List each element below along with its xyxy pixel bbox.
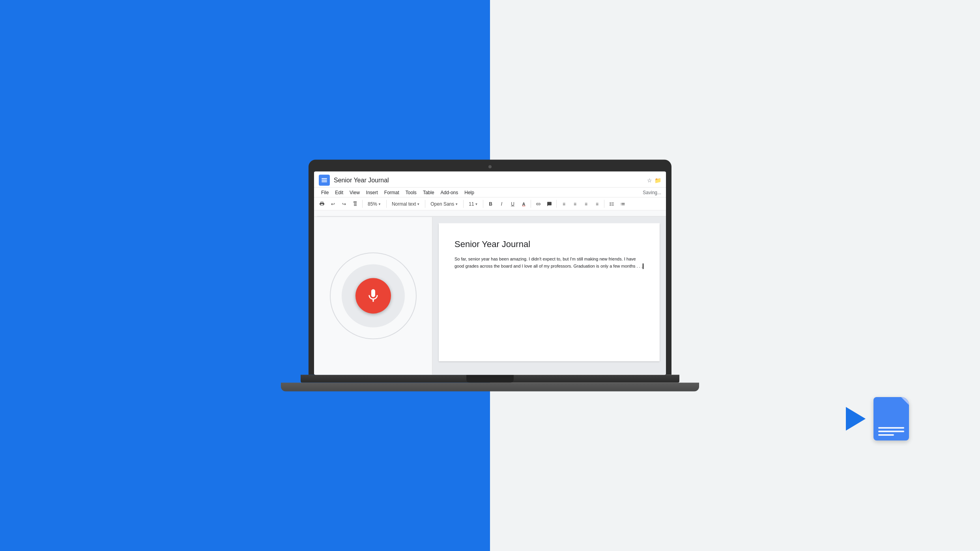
text-color-button[interactable]: A bbox=[519, 199, 528, 209]
link-button[interactable] bbox=[533, 199, 543, 209]
logo-line-1 bbox=[322, 178, 327, 179]
docs-header: Senior Year Journal ☆ 📁 bbox=[314, 172, 666, 188]
right-arrow-icon bbox=[846, 407, 866, 431]
laptop-base bbox=[301, 375, 679, 383]
doc-body-text: So far, senior year has been amazing. I … bbox=[454, 257, 643, 268]
menu-bar: File Edit View Insert Format Tools Table… bbox=[314, 188, 666, 198]
mic-circle-middle bbox=[342, 264, 405, 328]
laptop-bottom bbox=[281, 383, 699, 392]
align-justify-button[interactable]: ≡ bbox=[592, 199, 602, 209]
gdocs-icon[interactable] bbox=[873, 397, 909, 440]
comment-button[interactable] bbox=[544, 199, 554, 209]
line-spacing-button[interactable] bbox=[607, 199, 616, 209]
style-value: Normal text bbox=[392, 201, 416, 207]
logo-line-2 bbox=[322, 180, 327, 181]
size-arrow: ▼ bbox=[475, 202, 478, 206]
separator-8 bbox=[604, 200, 604, 208]
separator-1 bbox=[362, 200, 363, 208]
separator-4 bbox=[463, 200, 464, 208]
menu-help[interactable]: Help bbox=[462, 189, 477, 197]
separator-5 bbox=[483, 200, 483, 208]
align-center-button[interactable]: ≡ bbox=[570, 199, 580, 209]
ruler-line bbox=[317, 216, 666, 217]
gdocs-line-3 bbox=[878, 434, 894, 436]
list-button[interactable] bbox=[618, 199, 627, 209]
gdocs-corner bbox=[901, 397, 909, 405]
gdocs-line-2 bbox=[878, 431, 904, 432]
font-arrow: ▼ bbox=[455, 202, 458, 206]
redo-button[interactable]: ↪ bbox=[339, 199, 349, 209]
folder-icon[interactable]: 📁 bbox=[655, 177, 661, 184]
size-value: 11 bbox=[469, 201, 474, 207]
underline-button[interactable]: U bbox=[508, 199, 517, 209]
laptop-hinge bbox=[466, 375, 514, 383]
separator-3 bbox=[425, 200, 425, 208]
text-cursor bbox=[643, 263, 643, 269]
mic-icon bbox=[365, 288, 381, 304]
zoom-value: 85% bbox=[368, 201, 377, 207]
font-value: Open Sans bbox=[430, 201, 454, 207]
mic-circle-outer bbox=[330, 253, 417, 339]
toolbar: ↩ ↪ 85% ▼ Normal text ▼ Open Sans bbox=[314, 198, 666, 211]
style-arrow: ▼ bbox=[417, 202, 420, 206]
laptop-wrapper: Senior Year Journal ☆ 📁 File Edit View I… bbox=[303, 160, 677, 392]
doc-page: Senior Year Journal So far, senior year … bbox=[439, 223, 660, 362]
menu-edit[interactable]: Edit bbox=[333, 189, 346, 197]
print-button[interactable] bbox=[317, 199, 327, 209]
align-left-button[interactable]: ≡ bbox=[559, 199, 569, 209]
star-icon[interactable]: ☆ bbox=[647, 177, 652, 184]
separator-7 bbox=[556, 200, 557, 208]
menu-tools[interactable]: Tools bbox=[403, 189, 419, 197]
mic-sidebar bbox=[314, 217, 432, 375]
doc-area: Senior Year Journal So far, senior year … bbox=[432, 217, 666, 375]
undo-button[interactable]: ↩ bbox=[328, 199, 338, 209]
screen-content: Senior Year Journal ☆ 📁 File Edit View I… bbox=[314, 172, 666, 375]
menu-table[interactable]: Table bbox=[421, 189, 437, 197]
italic-button[interactable]: I bbox=[497, 199, 506, 209]
laptop-screen: Senior Year Journal ☆ 📁 File Edit View I… bbox=[309, 160, 671, 375]
align-right-button[interactable]: ≡ bbox=[581, 199, 591, 209]
separator-2 bbox=[386, 200, 387, 208]
saving-status: Saving... bbox=[643, 190, 661, 195]
logo-lines bbox=[322, 178, 327, 182]
font-dropdown[interactable]: Open Sans ▼ bbox=[428, 200, 461, 208]
paint-format-button[interactable] bbox=[350, 199, 360, 209]
size-dropdown[interactable]: 11 ▼ bbox=[466, 200, 481, 208]
menu-file[interactable]: File bbox=[319, 189, 331, 197]
gdocs-icon-lines bbox=[878, 427, 904, 436]
content-area: Senior Year Journal So far, senior year … bbox=[314, 217, 666, 375]
docs-logo bbox=[319, 175, 330, 186]
menu-format[interactable]: Format bbox=[382, 189, 402, 197]
mic-button[interactable] bbox=[355, 278, 391, 314]
separator-6 bbox=[531, 200, 531, 208]
zoom-arrow: ▼ bbox=[378, 202, 381, 206]
gdocs-line-1 bbox=[878, 427, 904, 429]
bold-button[interactable]: B bbox=[486, 199, 495, 209]
ruler bbox=[314, 211, 666, 217]
logo-line-3 bbox=[322, 182, 327, 182]
arrow-container bbox=[846, 397, 909, 440]
doc-body: So far, senior year has been amazing. I … bbox=[454, 256, 644, 270]
webcam bbox=[488, 165, 492, 169]
menu-view[interactable]: View bbox=[347, 189, 362, 197]
doc-page-title: Senior Year Journal bbox=[454, 239, 644, 249]
menu-addons[interactable]: Add-ons bbox=[438, 189, 461, 197]
document-title: Senior Year Journal bbox=[334, 177, 643, 184]
title-icons: ☆ 📁 bbox=[647, 177, 661, 184]
style-dropdown[interactable]: Normal text ▼ bbox=[389, 200, 423, 208]
zoom-dropdown[interactable]: 85% ▼ bbox=[365, 200, 384, 208]
menu-insert[interactable]: Insert bbox=[364, 189, 380, 197]
